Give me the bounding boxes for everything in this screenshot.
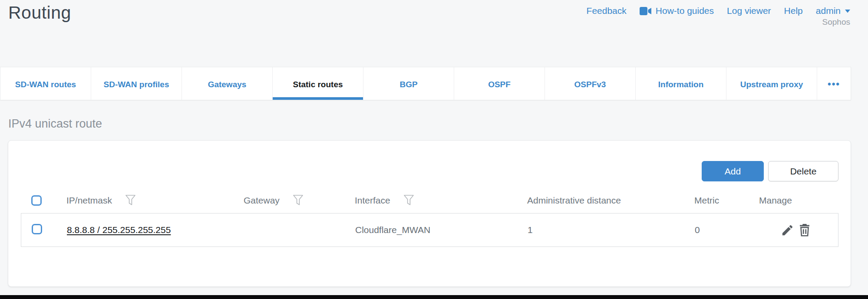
user-menu-label: admin: [816, 6, 841, 16]
tab-ospfv3[interactable]: OSPFv3: [545, 67, 636, 100]
page-title: Routing: [8, 3, 71, 23]
column-header-metric: Metric: [694, 195, 719, 206]
tab-label: SD-WAN routes: [15, 80, 76, 89]
filter-icon[interactable]: [125, 194, 136, 206]
help-link[interactable]: Help: [784, 6, 803, 16]
tab-label: Upstream proxy: [740, 80, 803, 89]
user-menu[interactable]: admin: [816, 6, 851, 16]
tab-label: Gateways: [208, 80, 247, 89]
routing-page: Routing Feedback How-to guides Log viewe…: [0, 0, 868, 299]
tab-label: OSPFv3: [574, 80, 606, 89]
column-header-ip-netmask: IP/netmask: [66, 195, 112, 206]
select-all-checkbox[interactable]: [31, 195, 42, 206]
ipv4-unicast-route-panel: Add Delete IP/netmask Gateway Interface: [8, 140, 851, 287]
ellipsis-icon: •••: [828, 79, 840, 90]
column-header-gateway: Gateway: [244, 195, 280, 206]
edit-icon[interactable]: [781, 223, 794, 237]
column-header-interface: Interface: [355, 195, 390, 206]
howto-guides-label: How-to guides: [656, 6, 714, 16]
top-nav: Feedback How-to guides Log viewer Help a…: [587, 6, 851, 16]
tab-label: BGP: [399, 80, 417, 89]
tab-upstream-proxy[interactable]: Upstream proxy: [726, 67, 817, 100]
tab-sd-wan-profiles[interactable]: SD-WAN profiles: [91, 67, 182, 100]
manage-cell: [759, 223, 838, 237]
delete-button[interactable]: Delete: [768, 161, 838, 181]
row-checkbox[interactable]: [32, 224, 42, 234]
filter-icon[interactable]: [403, 194, 414, 206]
howto-guides-link[interactable]: How-to guides: [640, 6, 714, 16]
tab-label: SD-WAN profiles: [104, 80, 169, 89]
tab-bgp[interactable]: BGP: [363, 67, 454, 100]
column-header-admin-distance: Administrative distance: [527, 195, 621, 206]
tab-static-routes[interactable]: Static routes: [273, 67, 363, 100]
tab-information[interactable]: Information: [636, 67, 726, 100]
video-camera-icon: [640, 7, 652, 15]
table-row: 8.8.8.8 / 255.255.255.255 Cloudflare_MWA…: [21, 213, 838, 247]
log-viewer-label: Log viewer: [727, 6, 771, 16]
feedback-label: Feedback: [587, 6, 627, 16]
tabs-overflow-button[interactable]: •••: [817, 67, 851, 100]
tab-bar: SD-WAN routes SD-WAN profiles Gateways S…: [0, 67, 851, 100]
table-toolbar: Add Delete: [21, 161, 838, 181]
feedback-link[interactable]: Feedback: [587, 6, 627, 16]
section-heading: IPv4 unicast route: [8, 117, 102, 131]
tab-label: OSPF: [488, 80, 511, 89]
tab-ospf[interactable]: OSPF: [454, 67, 545, 100]
caret-down-icon: [845, 9, 851, 13]
column-header-manage: Manage: [759, 195, 792, 206]
add-button[interactable]: Add: [702, 161, 764, 181]
window-bottom-edge: [0, 295, 868, 299]
tab-sd-wan-routes[interactable]: SD-WAN routes: [0, 67, 91, 100]
log-viewer-link[interactable]: Log viewer: [727, 6, 771, 16]
route-link[interactable]: 8.8.8.8 / 255.255.255.255: [67, 225, 171, 235]
delete-icon[interactable]: [799, 223, 810, 237]
metric-cell: 0: [695, 225, 759, 235]
admin-distance-cell: 1: [528, 225, 695, 235]
brand-label: Sophos: [822, 17, 850, 27]
table-header: IP/netmask Gateway Interface Administrat…: [21, 190, 838, 210]
help-label: Help: [784, 6, 803, 16]
interface-cell: Cloudflare_MWAN: [355, 225, 528, 235]
tab-label: Static routes: [293, 80, 343, 89]
filter-icon[interactable]: [293, 194, 304, 206]
tab-label: Information: [658, 80, 704, 89]
tab-gateways[interactable]: Gateways: [182, 67, 273, 100]
